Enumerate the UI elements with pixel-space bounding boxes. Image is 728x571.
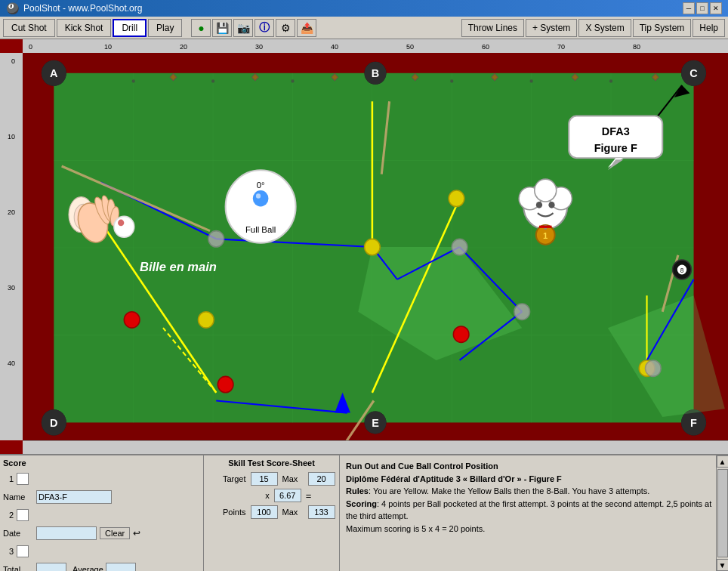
- svg-point-36: [211, 79, 214, 82]
- target-label: Target: [208, 474, 246, 483]
- total-label: Total: [3, 565, 33, 571]
- svg-point-41: [609, 79, 612, 82]
- scroll-down-button[interactable]: ▼: [717, 559, 729, 571]
- svg-text:80: 80: [633, 43, 640, 51]
- skill-eq-label: =: [306, 490, 312, 502]
- svg-text:30: 30: [8, 284, 15, 292]
- svg-point-35: [132, 79, 135, 82]
- svg-text:C: C: [689, 67, 698, 79]
- date-input[interactable]: [36, 526, 97, 540]
- svg-point-93: [365, 239, 381, 255]
- svg-point-106: [452, 239, 467, 255]
- svg-point-104: [118, 220, 124, 227]
- skill-x-label: x: [232, 491, 270, 500]
- skill-target-row: Target Max: [207, 472, 336, 486]
- svg-point-40: [530, 79, 533, 82]
- svg-text:Full Ball: Full Ball: [245, 225, 276, 234]
- score-row-2: 2: [3, 507, 200, 523]
- maximize-button[interactable]: □: [696, 2, 708, 14]
- description-title: Run Out and Cue Ball Control Position: [346, 460, 722, 473]
- row-num-3: 3: [3, 547, 14, 556]
- svg-text:30: 30: [255, 43, 263, 51]
- target-input[interactable]: [251, 472, 278, 486]
- score-checkbox-1[interactable]: [17, 473, 29, 485]
- svg-point-117: [548, 202, 554, 208]
- ruler-vertical-left: 0 10 20 30 40: [0, 53, 23, 440]
- svg-rect-0: [23, 39, 728, 53]
- svg-point-107: [514, 304, 530, 319]
- svg-text:0: 0: [11, 57, 15, 65]
- svg-text:Bille en main: Bille en main: [140, 260, 217, 274]
- clear-button[interactable]: Clear: [100, 527, 130, 539]
- save-icon[interactable]: 💾: [212, 19, 232, 37]
- scrollbar-vertical[interactable]: ▲ ▼: [716, 455, 728, 571]
- svg-text:70: 70: [557, 43, 565, 51]
- score-checkbox-2[interactable]: [17, 509, 29, 521]
- svg-text:Figure F: Figure F: [594, 141, 637, 153]
- scoring-line: Scoring: 4 points per Ball pocketed at t…: [346, 498, 722, 523]
- score-left-panel: Score 1 Name 2 Date Clear ↩: [0, 455, 204, 571]
- rules-line: Rules: You are Yellow. Make the Yellow B…: [346, 485, 722, 498]
- score-date-row: Date Clear ↩: [3, 525, 200, 542]
- svg-point-103: [114, 216, 134, 237]
- skill-test-panel: Skill Test Score-Sheet Target Max x = Po…: [204, 455, 340, 571]
- ruler-horizontal-bottom: [23, 440, 728, 454]
- target-max-label: Max: [282, 474, 304, 483]
- svg-text:8: 8: [680, 267, 684, 274]
- svg-text:10: 10: [8, 133, 15, 140]
- points-input[interactable]: [251, 505, 278, 519]
- skill-test-title: Skill Test Score-Sheet: [207, 458, 336, 468]
- throw-lines-button[interactable]: Throw Lines: [461, 19, 524, 37]
- scroll-up-button[interactable]: ▲: [717, 455, 729, 468]
- score-panel: Score 1 Name 2 Date Clear ↩: [0, 454, 728, 571]
- gear-icon[interactable]: ⚙: [276, 19, 295, 37]
- main-area: 0 10 20 30 40 50 60 70 80 0 10 20 30 40: [0, 39, 728, 571]
- svg-text:0: 0: [29, 43, 32, 51]
- svg-text:60: 60: [482, 43, 489, 51]
- x-system-button[interactable]: X System: [578, 19, 631, 37]
- svg-text:DFA3: DFA3: [602, 125, 630, 137]
- svg-point-39: [450, 79, 453, 82]
- close-button[interactable]: ✕: [710, 2, 722, 14]
- cut-shot-button[interactable]: Cut Shot: [3, 19, 55, 37]
- score-checkbox-3[interactable]: [17, 545, 29, 557]
- info-icon[interactable]: ⓘ: [254, 19, 274, 37]
- score-row-1: 1: [3, 471, 200, 487]
- name-label: Name: [3, 492, 33, 502]
- pool-table[interactable]: A B C D E F: [23, 53, 728, 440]
- name-input[interactable]: [36, 490, 112, 504]
- table-container[interactable]: 0 10 20 30 40 50 60 70 80 0 10 20 30 40: [0, 39, 728, 454]
- window-title: PoolShot - www.PoolShot.org: [23, 3, 683, 14]
- svg-point-94: [449, 190, 464, 206]
- score-name-row: Name: [3, 489, 200, 505]
- help-button[interactable]: Help: [693, 19, 725, 37]
- average-input[interactable]: [106, 563, 136, 571]
- svg-point-115: [535, 179, 557, 202]
- svg-point-129: [256, 193, 261, 198]
- row-num-2: 2: [3, 511, 14, 520]
- camera-icon[interactable]: 📷: [233, 19, 253, 37]
- skill-points-row: Points Max: [207, 505, 336, 519]
- svg-point-89: [124, 312, 140, 328]
- svg-rect-22: [23, 441, 728, 454]
- play-button[interactable]: Play: [148, 19, 182, 37]
- kick-shot-button[interactable]: Kick Shot: [57, 19, 112, 37]
- total-input[interactable]: [36, 563, 66, 571]
- minimize-button[interactable]: ─: [683, 2, 695, 14]
- svg-point-91: [453, 326, 469, 342]
- target-max-input[interactable]: [308, 472, 335, 486]
- green-circle-icon[interactable]: ●: [191, 19, 211, 37]
- tip-system-button[interactable]: Tip System: [633, 19, 692, 37]
- svg-text:0°: 0°: [257, 181, 265, 190]
- ruler-horizontal-top: 0 10 20 30 40 50 60 70 80: [23, 39, 728, 53]
- rules-label: Rules: [346, 486, 369, 495]
- skill-x-input[interactable]: [274, 489, 301, 502]
- scroll-thumb[interactable]: [717, 469, 728, 557]
- points-max-input[interactable]: [308, 505, 335, 519]
- svg-point-90: [217, 376, 233, 392]
- plus-system-button[interactable]: + System: [526, 19, 577, 37]
- svg-point-128: [253, 190, 269, 206]
- drill-button[interactable]: Drill: [113, 19, 147, 37]
- export-icon[interactable]: 📤: [297, 19, 316, 37]
- svg-point-105: [208, 231, 224, 247]
